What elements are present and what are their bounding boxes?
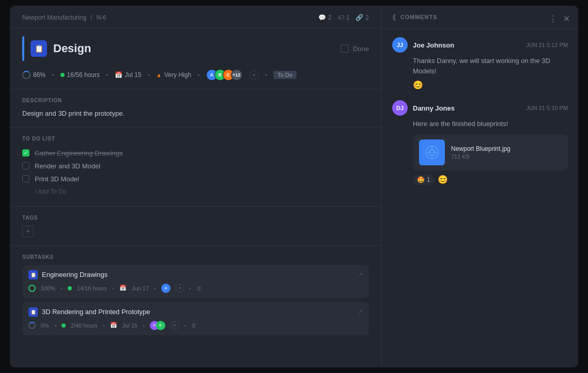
comments-count: 💬 2 [318, 14, 332, 21]
attachment-thumb [419, 139, 445, 165]
progress-circle-icon [22, 71, 30, 79]
comment-text-2: Here are the finished blueprints! [413, 119, 568, 129]
subtask-external-1[interactable]: ↗ [358, 271, 363, 278]
progress-item[interactable]: 86% [22, 71, 45, 79]
subtask-hours-1: 14/16 hours [77, 285, 107, 291]
dot-separator-1: • [52, 71, 54, 79]
attachment-card[interactable]: Newport Blueprint.jpg 711 KB [413, 134, 568, 170]
dot-separator-5: • [265, 71, 268, 79]
task-title: Design [53, 42, 334, 55]
breadcrumb-project[interactable]: Newport Manufacturing [22, 14, 86, 21]
description-section: DESCRIPTION Design and 3D print the prot… [10, 89, 381, 127]
subtask-title-1[interactable]: Engineering Drawings [42, 271, 354, 278]
hours-item[interactable]: 16/56 hours [60, 71, 100, 79]
subtask-hours-2: 2/40 hours [71, 322, 98, 329]
add-tag-button[interactable]: + [22, 226, 34, 237]
todo-checkbox-3[interactable] [22, 175, 29, 182]
dot-3: • [154, 285, 156, 291]
subtask-progress-circle-2 [28, 322, 36, 329]
comment-text-1: Thanks Danny, we will start working on t… [413, 56, 568, 76]
todo-section: TO DO LIST ✓ Gather Engineering Drawings… [10, 127, 381, 206]
modal-topbar: ⋮ ✕ [549, 14, 570, 24]
subtask-progress-1: 100% [41, 285, 55, 291]
comment-header-2: DJ Danny Jones JUN 21 5:10 PM [392, 100, 568, 116]
subtask-progress-circle-1 [28, 285, 36, 292]
green-dot-2 [61, 323, 66, 328]
subtask-progress-2: 0% [41, 322, 49, 329]
due-date-value: Jul 15 [125, 71, 142, 79]
add-todo-button[interactable]: / Add To Do [22, 185, 369, 198]
tags-count: 🏷 1 [338, 14, 350, 21]
subtask-date-2: Jul 15 [122, 322, 137, 329]
comment-time-1: JUN 21 5:12 PM [526, 42, 568, 48]
priority-item[interactable]: ▲ Very High [156, 71, 191, 79]
comment-item-2: DJ Danny Jones JUN 21 5:10 PM Here are t… [392, 100, 568, 185]
progress-value: 86% [33, 71, 45, 79]
due-date-item[interactable]: 📅 Jul 15 [115, 71, 142, 79]
attachment-info: Newport Blueprint.jpg 711 KB [451, 145, 562, 160]
dot-separator-3: • [148, 71, 150, 79]
subtask-avatar-2b[interactable]: E [156, 321, 165, 330]
reaction-bar-1: 😊 [413, 80, 568, 90]
dot-2: • [112, 285, 114, 291]
todo-checkbox-2[interactable] [22, 162, 29, 169]
dot-4: • [189, 285, 191, 291]
comment-author-1: Joe Johnson [413, 41, 454, 49]
reaction-button-1[interactable]: 🤩 1 [413, 175, 435, 185]
task-header: 📋 Design Done [10, 28, 381, 69]
todo-label: TO DO LIST [22, 136, 369, 142]
reaction-bar-2: 🤩 1 😊 [413, 175, 568, 185]
breadcrumb-separator: / [90, 14, 92, 21]
close-icon[interactable]: ✕ [563, 14, 570, 24]
todo-item-1[interactable]: ✓ Gather Engineering Drawings [22, 147, 369, 160]
add-assignee-button[interactable]: + [250, 70, 259, 80]
tag-icon: 🏷 [338, 14, 344, 21]
breadcrumb-id[interactable]: N-6 [96, 14, 106, 21]
attachment-name: Newport Blueprint.jpg [451, 145, 562, 152]
status-badge[interactable]: To Do [273, 71, 297, 79]
subtask-avatar-1[interactable]: A [161, 284, 171, 293]
collapse-icon[interactable]: ⟪ [392, 13, 396, 21]
left-panel: Newport Manufacturing / N-6 💬 2 🏷 1 🔗 2 [10, 6, 382, 367]
subtask-delete-1[interactable]: 🗑 [196, 285, 202, 291]
subtask-external-2[interactable]: ↗ [358, 308, 363, 315]
todo-text-1: Gather Engineering Drawings [35, 149, 123, 157]
subtask-add-assignee-2[interactable]: + [171, 321, 179, 330]
done-checkbox[interactable] [341, 44, 349, 53]
subtask-title-2[interactable]: 3D Rendering and Printed Prototype [42, 308, 354, 316]
comment-body-1: Thanks Danny, we will start working on t… [392, 56, 568, 90]
add-emoji-button-1[interactable]: 😊 [413, 80, 423, 90]
comment-item-1: JJ Joe Johnson JUN 21 5:12 PM Thanks Dan… [392, 37, 568, 90]
todo-checkbox-1[interactable]: ✓ [22, 149, 29, 157]
comments-list: JJ Joe Johnson JUN 21 5:12 PM Thanks Dan… [382, 29, 578, 367]
calendar-icon-2: 📅 [110, 322, 117, 329]
subtask-item-2: 📋 3D Rendering and Printed Prototype ↗ 0… [22, 302, 369, 335]
subtask-delete-2[interactable]: 🗑 [191, 322, 197, 329]
subtask-add-assignee-1[interactable]: + [176, 284, 184, 292]
description-text[interactable]: Design and 3D print the prototype. [22, 108, 369, 119]
avatar-count[interactable]: +12 [231, 69, 242, 81]
todo-item-3[interactable]: Print 3D Model [22, 173, 369, 185]
comment-author-2: Danny Jones [413, 104, 455, 112]
more-options-icon[interactable]: ⋮ [549, 14, 557, 24]
priority-up-icon: ▲ [156, 72, 162, 78]
comment-avatar-1: JJ [392, 37, 408, 53]
reaction-count: 1 [427, 176, 430, 183]
dot-6: • [103, 322, 105, 329]
links-count: 🔗 2 [355, 14, 369, 21]
dot-7: • [143, 322, 145, 329]
add-emoji-button-2[interactable]: 😊 [438, 175, 448, 184]
description-label: DESCRIPTION [22, 98, 369, 103]
calendar-icon: 📅 [115, 71, 122, 79]
todo-item-2[interactable]: Render and 3D Model [22, 160, 369, 173]
tags-section: TAGS + [10, 206, 381, 245]
subtask-icon-1: 📋 [28, 270, 38, 279]
done-label: Done [353, 45, 369, 53]
priority-value: Very High [164, 71, 191, 79]
subtask-header-1: 📋 Engineering Drawings ↗ [28, 270, 363, 279]
comment-header-1: JJ Joe Johnson JUN 21 5:12 PM [392, 37, 568, 53]
comment-body-2: Here are the finished blueprints! [392, 119, 568, 185]
done-button[interactable]: Done [341, 44, 369, 53]
right-panel: ⟪ COMMENTS JJ Joe Johnson JUN 21 5:12 PM [382, 6, 578, 367]
attachment-size: 711 KB [451, 153, 562, 160]
